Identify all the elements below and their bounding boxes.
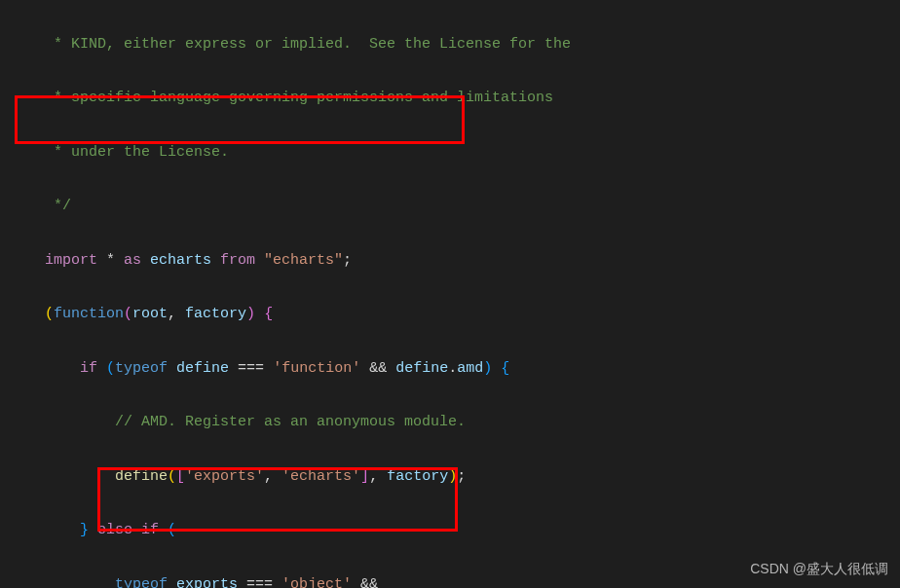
- comment-text: * KIND, either express or implied. See t…: [45, 36, 571, 53]
- comment-text: * specific language governing permission…: [45, 90, 553, 106]
- kw-import: import: [45, 252, 97, 269]
- id-exports: exports: [176, 576, 238, 588]
- kw-typeof: typeof: [115, 360, 168, 377]
- kw-function: function: [54, 306, 124, 322]
- id-amd: amd: [457, 360, 483, 377]
- comment-text: */: [45, 198, 71, 214]
- kw-elseif: else if: [89, 522, 168, 538]
- comment-text: // AMD. Register as an anonymous module.: [115, 414, 466, 430]
- watermark-text: CSDN @盛大人很低调: [750, 557, 888, 582]
- id-echarts: echarts: [141, 252, 220, 269]
- param-root: root: [132, 306, 168, 322]
- fn-define: define: [115, 468, 168, 485]
- kw-as: as: [124, 252, 141, 269]
- id-define: define: [176, 360, 229, 377]
- str-echarts: "echarts": [255, 252, 343, 269]
- comment-text: * under the License.: [45, 144, 229, 161]
- kw-from: from: [220, 252, 255, 269]
- kw-if: if: [80, 360, 97, 377]
- code-editor[interactable]: * KIND, either express or implied. See t…: [0, 0, 900, 588]
- param-factory: factory: [185, 306, 246, 322]
